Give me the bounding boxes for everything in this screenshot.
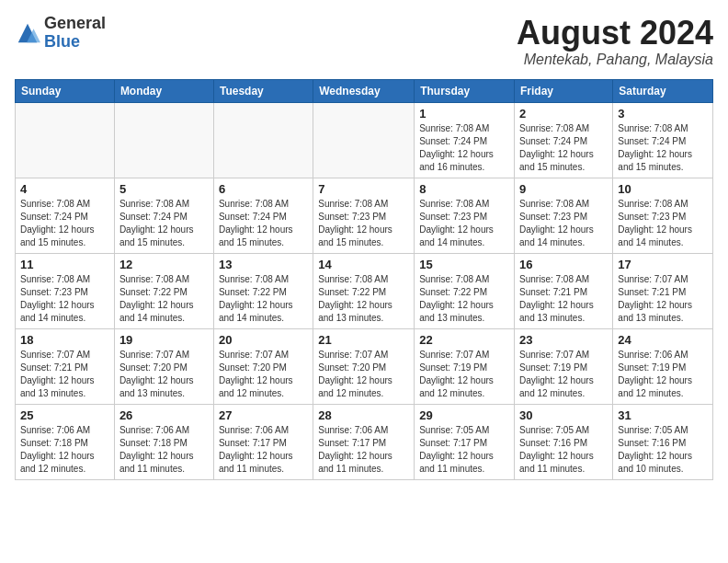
day-info: Sunrise: 7:08 AM Sunset: 7:23 PM Dayligh… — [618, 198, 708, 249]
day-info: Sunrise: 7:08 AM Sunset: 7:23 PM Dayligh… — [20, 273, 109, 325]
calendar-cell: 6Sunrise: 7:08 AM Sunset: 7:24 PM Daylig… — [213, 178, 313, 253]
day-info: Sunrise: 7:08 AM Sunset: 7:22 PM Dayligh… — [318, 273, 409, 325]
day-number: 29 — [419, 408, 509, 422]
calendar-cell — [16, 102, 115, 178]
day-info: Sunrise: 7:05 AM Sunset: 7:16 PM Dayligh… — [618, 424, 708, 476]
day-info: Sunrise: 7:07 AM Sunset: 7:21 PM Dayligh… — [20, 349, 109, 400]
day-info: Sunrise: 7:08 AM Sunset: 7:24 PM Dayligh… — [419, 122, 509, 174]
calendar-cell — [313, 102, 415, 178]
calendar-cell: 17Sunrise: 7:07 AM Sunset: 7:21 PM Dayli… — [613, 253, 713, 328]
day-info: Sunrise: 7:07 AM Sunset: 7:19 PM Dayligh… — [519, 349, 608, 400]
day-info: Sunrise: 7:08 AM Sunset: 7:24 PM Dayligh… — [119, 198, 209, 249]
calendar-cell: 31Sunrise: 7:05 AM Sunset: 7:16 PM Dayli… — [613, 404, 713, 479]
day-number: 9 — [519, 182, 608, 196]
day-number: 13 — [219, 258, 308, 271]
calendar-cell: 23Sunrise: 7:07 AM Sunset: 7:19 PM Dayli… — [515, 328, 613, 404]
day-number: 6 — [219, 182, 308, 196]
day-number: 1 — [419, 107, 509, 121]
weekday-header-sunday: Sunday — [16, 79, 115, 102]
day-info: Sunrise: 7:08 AM Sunset: 7:24 PM Dayligh… — [20, 198, 109, 249]
weekday-header-friday: Friday — [515, 79, 613, 102]
calendar-cell: 20Sunrise: 7:07 AM Sunset: 7:20 PM Dayli… — [213, 328, 313, 404]
calendar-table: SundayMondayTuesdayWednesdayThursdayFrid… — [15, 79, 713, 480]
day-info: Sunrise: 7:06 AM Sunset: 7:17 PM Dayligh… — [318, 424, 409, 476]
calendar-cell: 7Sunrise: 7:08 AM Sunset: 7:23 PM Daylig… — [313, 178, 415, 253]
calendar-cell: 14Sunrise: 7:08 AM Sunset: 7:22 PM Dayli… — [313, 253, 415, 328]
day-number: 15 — [419, 258, 509, 271]
title-block: August 2024 Mentekab, Pahang, Malaysia — [517, 15, 713, 68]
day-number: 20 — [219, 333, 308, 347]
day-info: Sunrise: 7:06 AM Sunset: 7:18 PM Dayligh… — [119, 424, 209, 476]
calendar-cell: 22Sunrise: 7:07 AM Sunset: 7:19 PM Dayli… — [415, 328, 515, 404]
day-info: Sunrise: 7:06 AM Sunset: 7:19 PM Dayligh… — [618, 349, 708, 400]
calendar-cell: 11Sunrise: 7:08 AM Sunset: 7:23 PM Dayli… — [16, 253, 115, 328]
calendar-cell — [114, 102, 213, 178]
day-info: Sunrise: 7:07 AM Sunset: 7:21 PM Dayligh… — [618, 273, 708, 325]
day-number: 16 — [519, 258, 608, 271]
page-header: General Blue August 2024 Mentekab, Pahan… — [15, 15, 713, 68]
day-info: Sunrise: 7:08 AM Sunset: 7:22 PM Dayligh… — [419, 273, 509, 325]
calendar-cell: 2Sunrise: 7:08 AM Sunset: 7:24 PM Daylig… — [515, 102, 613, 178]
day-number: 31 — [618, 408, 708, 422]
day-info: Sunrise: 7:07 AM Sunset: 7:20 PM Dayligh… — [318, 349, 409, 400]
calendar-cell: 9Sunrise: 7:08 AM Sunset: 7:23 PM Daylig… — [515, 178, 613, 253]
logo-blue-text: Blue — [44, 33, 106, 52]
calendar-cell: 18Sunrise: 7:07 AM Sunset: 7:21 PM Dayli… — [16, 328, 115, 404]
day-number: 5 — [119, 182, 209, 196]
weekday-header-tuesday: Tuesday — [213, 79, 313, 102]
calendar-cell: 13Sunrise: 7:08 AM Sunset: 7:22 PM Dayli… — [213, 253, 313, 328]
week-row-2: 4Sunrise: 7:08 AM Sunset: 7:24 PM Daylig… — [16, 178, 713, 253]
calendar-cell: 30Sunrise: 7:05 AM Sunset: 7:16 PM Dayli… — [515, 404, 613, 479]
day-info: Sunrise: 7:07 AM Sunset: 7:19 PM Dayligh… — [419, 349, 509, 400]
day-info: Sunrise: 7:08 AM Sunset: 7:22 PM Dayligh… — [119, 273, 209, 325]
calendar-cell: 12Sunrise: 7:08 AM Sunset: 7:22 PM Dayli… — [114, 253, 213, 328]
calendar-cell: 27Sunrise: 7:06 AM Sunset: 7:17 PM Dayli… — [213, 404, 313, 479]
weekday-header-monday: Monday — [114, 79, 213, 102]
logo: General Blue — [15, 15, 106, 52]
calendar-cell: 21Sunrise: 7:07 AM Sunset: 7:20 PM Dayli… — [313, 328, 415, 404]
day-info: Sunrise: 7:08 AM Sunset: 7:21 PM Dayligh… — [519, 273, 608, 325]
calendar-cell — [213, 102, 313, 178]
day-number: 22 — [419, 333, 509, 347]
day-info: Sunrise: 7:06 AM Sunset: 7:18 PM Dayligh… — [20, 424, 109, 476]
day-number: 25 — [20, 408, 109, 422]
day-number: 18 — [20, 333, 109, 347]
week-row-1: 1Sunrise: 7:08 AM Sunset: 7:24 PM Daylig… — [16, 102, 713, 178]
calendar-cell: 3Sunrise: 7:08 AM Sunset: 7:24 PM Daylig… — [613, 102, 713, 178]
day-number: 24 — [618, 333, 708, 347]
day-info: Sunrise: 7:08 AM Sunset: 7:24 PM Dayligh… — [519, 122, 608, 174]
day-number: 14 — [318, 258, 409, 271]
week-row-5: 25Sunrise: 7:06 AM Sunset: 7:18 PM Dayli… — [16, 404, 713, 479]
day-number: 28 — [318, 408, 409, 422]
calendar-cell: 29Sunrise: 7:05 AM Sunset: 7:17 PM Dayli… — [415, 404, 515, 479]
location: Mentekab, Pahang, Malaysia — [517, 52, 713, 68]
week-row-4: 18Sunrise: 7:07 AM Sunset: 7:21 PM Dayli… — [16, 328, 713, 404]
day-number: 4 — [20, 182, 109, 196]
day-info: Sunrise: 7:08 AM Sunset: 7:23 PM Dayligh… — [519, 198, 608, 249]
day-number: 17 — [618, 258, 708, 271]
weekday-header-row: SundayMondayTuesdayWednesdayThursdayFrid… — [16, 79, 713, 102]
day-info: Sunrise: 7:08 AM Sunset: 7:23 PM Dayligh… — [318, 198, 409, 249]
day-number: 19 — [119, 333, 209, 347]
calendar-cell: 16Sunrise: 7:08 AM Sunset: 7:21 PM Dayli… — [515, 253, 613, 328]
day-number: 8 — [419, 182, 509, 196]
day-info: Sunrise: 7:05 AM Sunset: 7:16 PM Dayligh… — [519, 424, 608, 476]
calendar-cell: 25Sunrise: 7:06 AM Sunset: 7:18 PM Dayli… — [16, 404, 115, 479]
day-info: Sunrise: 7:08 AM Sunset: 7:24 PM Dayligh… — [219, 198, 308, 249]
weekday-header-saturday: Saturday — [613, 79, 713, 102]
day-number: 23 — [519, 333, 608, 347]
day-number: 21 — [318, 333, 409, 347]
calendar-cell: 28Sunrise: 7:06 AM Sunset: 7:17 PM Dayli… — [313, 404, 415, 479]
day-number: 10 — [618, 182, 708, 196]
day-number: 3 — [618, 107, 708, 121]
calendar-cell: 10Sunrise: 7:08 AM Sunset: 7:23 PM Dayli… — [613, 178, 713, 253]
day-number: 2 — [519, 107, 608, 121]
logo-icon — [15, 20, 40, 46]
day-info: Sunrise: 7:07 AM Sunset: 7:20 PM Dayligh… — [119, 349, 209, 400]
logo-general-text: General — [44, 15, 106, 33]
calendar-cell: 5Sunrise: 7:08 AM Sunset: 7:24 PM Daylig… — [114, 178, 213, 253]
day-number: 7 — [318, 182, 409, 196]
calendar-cell: 1Sunrise: 7:08 AM Sunset: 7:24 PM Daylig… — [415, 102, 515, 178]
day-info: Sunrise: 7:05 AM Sunset: 7:17 PM Dayligh… — [419, 424, 509, 476]
day-number: 12 — [119, 258, 209, 271]
